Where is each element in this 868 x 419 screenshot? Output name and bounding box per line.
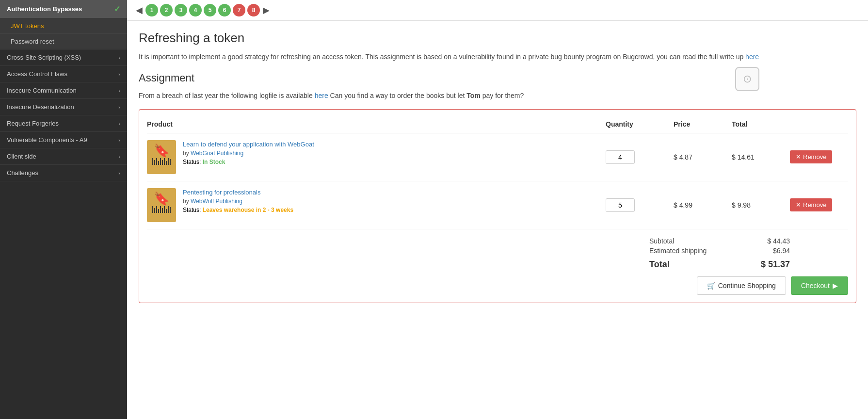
chevron-icon: › — [118, 137, 120, 143]
qty-cell-1 — [606, 150, 674, 164]
subtotal-row: Subtotal $ 44.43 — [147, 237, 790, 245]
logfile-link[interactable]: here — [315, 92, 328, 99]
total-cell-1: $ 14.61 — [732, 153, 790, 161]
nav-circle-4[interactable]: 4 — [189, 4, 202, 16]
col-quantity: Quantity — [606, 120, 674, 128]
quantity-input-1[interactable] — [606, 150, 635, 164]
sidebar-label: Client side — [7, 153, 36, 160]
col-price: Price — [674, 120, 732, 128]
table-row: 🔖 — [147, 133, 848, 181]
author-link-1[interactable]: WebGoat Publishing — [191, 150, 243, 157]
product-cell-1: 🔖 — [147, 140, 606, 174]
product-cell-2: 🔖 — [147, 188, 606, 222]
chevron-icon: › — [118, 88, 120, 94]
main-content: ◀ 12345678▶ Refreshing a token It is imp… — [127, 0, 868, 419]
sidebar-label: Insecure Deserialization — [7, 103, 74, 111]
sidebar-label: Access Control Flaws — [7, 70, 67, 78]
check-icon: ✓ — [114, 4, 120, 14]
top-navigation: ◀ 12345678▶ — [127, 0, 868, 21]
action-buttons: 🛒 Continue Shopping Checkout ▶ — [147, 276, 848, 295]
price-cell-2: $ 4.99 — [674, 201, 732, 209]
sidebar-item-request-forgeries[interactable]: Request Forgeries› — [0, 115, 127, 132]
product-author-2: by WebWolf Publishing — [183, 198, 606, 205]
product-details-1: Learn to defend your application with We… — [183, 140, 606, 165]
x-icon-1: ✕ — [796, 153, 801, 161]
status-text-2: Leaves warehouse in 2 - 3 weeks — [203, 207, 293, 213]
total-value: $ 51.37 — [751, 259, 790, 270]
continue-shopping-button[interactable]: 🛒 Continue Shopping — [697, 276, 786, 295]
chevron-icon: › — [118, 71, 120, 77]
product-link-1[interactable]: Learn to defend your application with We… — [183, 141, 314, 148]
intro-link[interactable]: here — [745, 53, 759, 61]
chevron-icon: › — [118, 170, 120, 176]
chevron-icon: › — [118, 154, 120, 160]
sidebar-label: Insecure Communication — [7, 87, 77, 94]
product-thumb-2: 🔖 — [147, 188, 176, 222]
chevron-icon: › — [118, 104, 120, 110]
prev-arrow[interactable]: ◀ — [136, 5, 143, 16]
sidebar-label: Request Forgeries — [7, 120, 59, 127]
nav-circle-3[interactable]: 3 — [175, 4, 187, 16]
subtotal-value: $ 44.43 — [751, 237, 790, 245]
sidebar-item-access-control[interactable]: Access Control Flaws› — [0, 66, 127, 82]
arrow-right-icon: ▶ — [833, 282, 838, 290]
sidebar-item-vulnerable-components[interactable]: Vulnerable Components - A9› — [0, 132, 127, 148]
action-cell-1: ✕ Remove — [790, 150, 848, 163]
tom-name: Tom — [466, 92, 481, 99]
shipping-label: Estimated shipping — [649, 247, 722, 255]
col-total: Total — [732, 120, 790, 128]
sidebar-label: Challenges — [7, 169, 38, 177]
total-label: Total — [649, 259, 722, 270]
product-thumb-1: 🔖 — [147, 140, 176, 174]
sidebar-item-client-side[interactable]: Client side› — [0, 148, 127, 165]
product-details-2: Pentesting for professionals by WebWolf … — [183, 188, 606, 213]
nav-circle-5[interactable]: 5 — [204, 4, 216, 16]
sidebar-item-challenges[interactable]: Challenges› — [0, 165, 127, 181]
camera-icon: ⊙ — [735, 67, 759, 91]
subtotal-label: Subtotal — [649, 237, 722, 245]
action-cell-2: ✕ Remove — [790, 198, 848, 211]
remove-button-1[interactable]: ✕ Remove — [790, 150, 832, 163]
col-actions — [790, 120, 848, 128]
sidebar-item-jwt-tokens[interactable]: JWT tokens — [0, 18, 127, 34]
total-row: Total $ 51.37 — [147, 259, 790, 270]
qty-cell-2 — [606, 198, 674, 212]
nav-circle-2[interactable]: 2 — [160, 4, 173, 16]
nav-circle-7[interactable]: 7 — [233, 4, 245, 16]
table-row: 🔖 — [147, 181, 848, 229]
cart-header: Product Quantity Price Total — [147, 117, 848, 133]
total-cell-2: $ 9.98 — [732, 201, 790, 209]
nav-circle-6[interactable]: 6 — [218, 4, 231, 16]
sidebar-label: Cross-Site Scripting (XSS) — [7, 54, 81, 61]
nav-circle-1[interactable]: 1 — [145, 4, 158, 16]
checkout-button[interactable]: Checkout ▶ — [791, 276, 848, 295]
intro-text: It is important to implement a good stra… — [139, 53, 743, 61]
shipping-row: Estimated shipping $6.94 — [147, 247, 790, 255]
product-status-1: Status: In Stock — [183, 159, 606, 165]
sidebar-item-xss[interactable]: Cross-Site Scripting (XSS)› — [0, 49, 127, 66]
next-arrow[interactable]: ▶ — [263, 5, 270, 16]
sidebar: Authentication Bypasses✓JWT tokensPasswo… — [0, 0, 127, 419]
sidebar-item-insecure-communication[interactable]: Insecure Communication› — [0, 82, 127, 99]
chevron-icon: › — [118, 121, 120, 127]
status-text-1: In Stock — [203, 159, 225, 165]
product-link-2[interactable]: Pentesting for professionals — [183, 189, 260, 196]
shopping-cart: Product Quantity Price Total 🔖 — [139, 109, 856, 303]
sidebar-item-password-reset[interactable]: Password reset — [0, 34, 127, 49]
product-status-2: Status: Leaves warehouse in 2 - 3 weeks — [183, 207, 606, 213]
nav-circle-8[interactable]: 8 — [247, 4, 260, 16]
shipping-value: $6.94 — [751, 247, 790, 255]
sidebar-item-insecure-deserialization[interactable]: Insecure Deserialization› — [0, 99, 127, 115]
author-link-2[interactable]: WebWolf Publishing — [191, 198, 242, 205]
sidebar-label: Authentication Bypasses — [7, 5, 82, 13]
x-icon-2: ✕ — [796, 201, 801, 209]
cart-icon: 🛒 — [707, 282, 715, 290]
sidebar-label: Vulnerable Components - A9 — [7, 136, 87, 144]
chevron-icon: › — [118, 55, 120, 61]
sidebar-item-auth-bypasses[interactable]: Authentication Bypasses✓ — [0, 0, 127, 18]
intro-paragraph: It is important to implement a good stra… — [139, 51, 856, 62]
price-cell-1: $ 4.87 — [674, 153, 732, 161]
remove-button-2[interactable]: ✕ Remove — [790, 198, 832, 211]
col-product: Product — [147, 120, 606, 128]
quantity-input-2[interactable] — [606, 198, 635, 212]
